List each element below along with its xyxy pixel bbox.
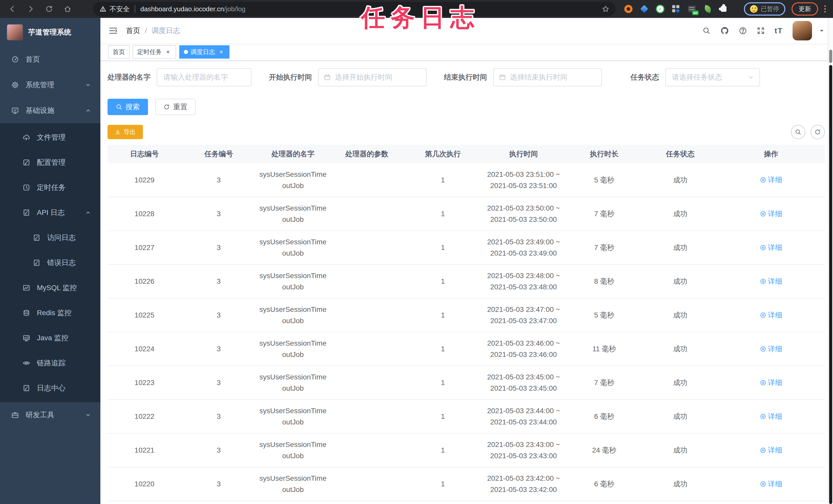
page-scrollbar[interactable]	[828, 18, 833, 504]
sidebar-item-12[interactable]: 链路追踪	[0, 351, 100, 376]
table-body: 10229 3 sysUserSessionTimeoutJob 1 2021-…	[108, 163, 825, 501]
cell-exec-time: 2021-05-03 23:45:00 ~2021-05-03 23:45:00	[482, 366, 565, 400]
filter-input[interactable]	[334, 73, 421, 82]
sidebar-item-6[interactable]: API 日志	[0, 200, 100, 225]
chevron-down-icon	[85, 412, 91, 418]
fullscreen-icon[interactable]	[757, 27, 765, 35]
filter-date-field[interactable]	[493, 68, 602, 86]
url-host[interactable]: dashboard.yudao.iocoder.cn	[140, 5, 224, 13]
app-logo-row[interactable]: 芋道管理系统	[0, 18, 100, 47]
help-icon[interactable]	[739, 27, 747, 35]
extension-green-check-icon[interactable]: ✓	[656, 4, 665, 14]
detail-link-label: 详细	[768, 175, 782, 185]
sidebar-item-7[interactable]: 访问日志	[0, 225, 100, 250]
app-logo	[7, 24, 23, 41]
table-row: 10227 3 sysUserSessionTimeoutJob 1 2021-…	[108, 231, 825, 264]
sidebar-item-4[interactable]: 配置管理	[0, 150, 100, 175]
sidebar-item-13[interactable]: 日志中心	[0, 376, 100, 401]
font-size-icon[interactable]: tT	[775, 26, 783, 35]
calendar-icon	[499, 74, 506, 81]
tab-首页[interactable]: 首页	[108, 45, 129, 58]
cell-exec-time: 2021-05-03 23:44:00 ~2021-05-03 23:44:00	[482, 400, 565, 433]
detail-link[interactable]: 详细	[760, 344, 782, 354]
detail-link[interactable]: 详细	[760, 277, 782, 286]
sidebar-item-1[interactable]: 系统管理	[0, 72, 100, 98]
extension-orange-ring-icon[interactable]	[624, 4, 633, 14]
table-row: 10229 3 sysUserSessionTimeoutJob 1 2021-…	[108, 163, 825, 197]
cell-log-id: 10225	[108, 298, 182, 332]
sidebar-item-2[interactable]: 基础设施	[0, 98, 100, 123]
sidebar-item-5[interactable]: 定时任务	[0, 175, 100, 200]
security-warning-icon[interactable]	[99, 5, 106, 12]
header-search-icon[interactable]	[703, 27, 711, 35]
extension-grid-icon[interactable]	[671, 4, 681, 14]
doc-edit-icon	[32, 234, 41, 242]
filter-input[interactable]	[509, 73, 596, 82]
extension-leaf-icon[interactable]	[703, 4, 712, 14]
sidebar-item-0[interactable]: 首页	[0, 47, 100, 72]
sidebar-item-9[interactable]: MySQL 监控	[0, 275, 100, 300]
cell-param	[330, 400, 404, 433]
tab-调度日志[interactable]: 调度日志 ×	[179, 45, 230, 58]
security-label[interactable]: 不安全	[110, 5, 129, 14]
filter-label: 任务状态	[630, 72, 665, 82]
profile-paused-pill[interactable]: 已暂停	[744, 2, 785, 16]
extension-on-badge-icon[interactable]: on	[687, 4, 696, 14]
refresh-table-button[interactable]	[810, 125, 825, 139]
home-icon[interactable]	[61, 2, 75, 16]
browser-update-button[interactable]: 更新	[791, 2, 818, 16]
sidebar-item-label: 首页	[26, 54, 40, 64]
detail-link[interactable]: 详细	[760, 209, 782, 219]
cell-status: 成功	[643, 264, 717, 298]
search-button[interactable]: 搜索	[108, 99, 148, 115]
sidebar-item-label: 研发工具	[26, 410, 54, 420]
toggle-search-button[interactable]	[791, 125, 805, 139]
extension-blue-gem-icon[interactable]	[640, 4, 649, 14]
cell-status: 成功	[643, 197, 717, 231]
scrollbar-thumb[interactable]	[829, 65, 832, 504]
detail-link[interactable]: 详细	[760, 412, 782, 421]
export-button[interactable]: 导出	[108, 125, 143, 139]
sidebar-item-10[interactable]: Redis 监控	[0, 300, 100, 325]
github-icon[interactable]	[720, 26, 729, 35]
close-icon[interactable]: ×	[218, 48, 225, 55]
back-icon[interactable]	[5, 2, 20, 16]
column-header: 处理器的名字	[256, 145, 330, 163]
reload-icon[interactable]	[42, 2, 56, 16]
detail-link[interactable]: 详细	[760, 479, 782, 489]
avatar-caret-down-icon[interactable]	[819, 28, 825, 34]
detail-link[interactable]: 详细	[760, 243, 782, 253]
filter-select-field[interactable]	[665, 68, 760, 86]
cloud-upload-icon	[22, 133, 31, 141]
sidebar-item-3[interactable]: 文件管理	[0, 125, 100, 150]
sidebar-item-14[interactable]: 研发工具	[0, 402, 100, 428]
browser-menu-icon[interactable]	[824, 5, 826, 12]
briefcase-icon	[11, 411, 20, 419]
filter-input[interactable]	[162, 73, 246, 82]
cell-handler: sysUserSessionTimeoutJob	[256, 366, 330, 400]
avatar[interactable]	[792, 21, 812, 41]
forward-icon[interactable]	[24, 2, 38, 16]
detail-link[interactable]: 详细	[760, 446, 782, 455]
filter-date-field[interactable]	[318, 68, 427, 86]
url-path[interactable]: /job/log	[224, 5, 245, 13]
close-icon[interactable]: ×	[164, 48, 171, 55]
filter-input[interactable]	[671, 73, 745, 82]
hamburger-icon[interactable]	[109, 26, 118, 35]
breadcrumb-home[interactable]: 首页	[126, 26, 140, 35]
sidebar-item-8[interactable]: 错误日志	[0, 250, 100, 275]
detail-link[interactable]: 详细	[760, 378, 782, 387]
reset-button[interactable]: 重置	[155, 99, 196, 115]
tab-定时任务[interactable]: 定时任务 ×	[133, 45, 176, 58]
address-bar[interactable]: 不安全 dashboard.yudao.iocoder.cn/job/log	[93, 2, 616, 16]
cell-job-id: 3	[182, 298, 256, 332]
scrollbar-cap[interactable]	[829, 50, 832, 63]
cell-handler: sysUserSessionTimeoutJob	[256, 400, 330, 433]
extension-puzzle-icon[interactable]	[719, 4, 728, 14]
detail-link[interactable]: 详细	[760, 310, 782, 320]
sidebar-item-11[interactable]: Java 监控	[0, 325, 100, 351]
filter-text-field[interactable]	[157, 68, 252, 86]
screen: 不安全 dashboard.yudao.iocoder.cn/job/log ✓…	[0, 0, 833, 504]
detail-link[interactable]: 详细	[760, 175, 782, 185]
bookmark-star-icon[interactable]	[602, 5, 610, 13]
